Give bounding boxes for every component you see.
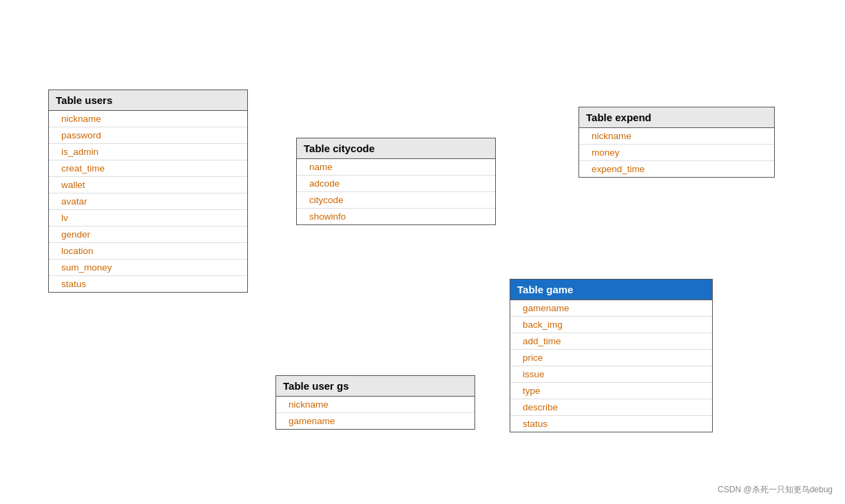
list-item: gamename [276,413,474,429]
list-item: lv [49,210,247,227]
list-item: back_img [510,317,712,333]
list-item: nickname [579,128,774,145]
table-game: Table game gamename back_img add_time pr… [510,279,713,432]
table-users: Table users nickname password is_admin c… [48,90,248,293]
list-item: gamename [510,300,712,317]
table-user-gs-header: Table user gs [276,376,474,397]
table-citycode: Table citycode name adcode citycode show… [296,138,496,225]
list-item: creat_time [49,160,247,177]
list-item: status [49,276,247,292]
list-item: showinfo [297,209,495,224]
list-item: is_admin [49,144,247,160]
list-item: location [49,243,247,260]
list-item: name [297,159,495,176]
list-item: adcode [297,176,495,192]
list-item: price [510,350,712,366]
list-item: expend_time [579,161,774,177]
list-item: describe [510,399,712,416]
list-item: gender [49,227,247,243]
table-expend: Table expend nickname money expend_time [578,107,775,178]
table-user-gs: Table user gs nickname gamename [275,375,475,430]
list-item: status [510,416,712,432]
list-item: sum_money [49,260,247,276]
list-item: type [510,383,712,399]
list-item: add_time [510,333,712,350]
list-item: citycode [297,192,495,209]
table-citycode-header: Table citycode [297,138,495,159]
list-item: issue [510,366,712,383]
list-item: avatar [49,193,247,210]
list-item: nickname [276,397,474,413]
list-item: nickname [49,111,247,127]
list-item: money [579,145,774,161]
watermark: CSDN @杀死一只知更鸟debug [718,484,833,496]
table-game-header: Table game [510,280,712,300]
table-users-header: Table users [49,90,247,111]
list-item: password [49,127,247,144]
table-expend-header: Table expend [579,107,774,128]
list-item: wallet [49,177,247,193]
